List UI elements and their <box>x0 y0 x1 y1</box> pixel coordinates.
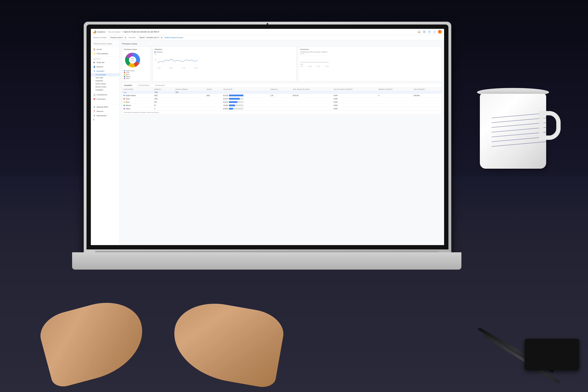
row5-valeur <box>412 107 442 110</box>
sidebar-item-acquisition[interactable]: ▼ Acquisition <box>91 69 120 73</box>
sidebar-sub-campagnes[interactable]: Campagnes <box>91 88 120 92</box>
app-title: Analytics <box>97 30 106 33</box>
row4-channel: Referral <box>122 104 153 107</box>
svg-point-0 <box>129 56 136 64</box>
row4-channel-label: Referral <box>126 105 131 106</box>
other-dot <box>124 78 125 79</box>
direct-dot <box>124 74 125 75</box>
nav-divider-2 <box>91 104 120 104</box>
row4-sessions <box>205 104 222 107</box>
conversion-select[interactable]: Objectif 1 : Newsletter sign-in ▾ <box>138 36 163 40</box>
direct-label: Direct <box>126 74 129 75</box>
smartphone <box>524 339 579 370</box>
mug-line-3 <box>492 122 546 128</box>
users-x-labels: 3 août 10 août 17 août 24 août <box>157 67 198 68</box>
legend-social: Social <box>124 72 149 74</box>
acquisition-table-title: Acquisition <box>124 84 132 86</box>
help-button[interactable]: ? <box>428 30 431 34</box>
row3-utilisateurs: 556 <box>153 100 174 104</box>
clock-icon: ▶ <box>93 61 96 64</box>
legend-organic: Organic Search <box>124 70 149 72</box>
sidebar-item-attribution[interactable]: 🔗 Attribution BÊTA <box>91 105 120 109</box>
row4-bar-fill <box>229 104 235 106</box>
search-container <box>91 40 120 47</box>
sidebar-item-accueil[interactable]: 🏠 Accueil <box>91 47 120 52</box>
row3-sessions <box>205 100 222 104</box>
attribution-label: Attribution BÊTA <box>96 106 108 108</box>
modifier-link[interactable]: Modifier le groupe de canaux <box>164 37 183 38</box>
row1-channel-label: Organic Search <box>126 95 136 96</box>
sidebar-item-decouvrir[interactable]: 📍 Découvrir <box>91 109 120 114</box>
more-button[interactable]: ⋮ <box>433 30 436 34</box>
organic-dot <box>124 70 125 71</box>
row2-dot <box>124 98 125 99</box>
sidebar-item-administration[interactable]: ⚙ Administration <box>91 114 120 118</box>
x-label-4: 24 août <box>194 67 198 68</box>
col-utilisateurs[interactable]: Utilisateurs ↕ <box>153 88 174 91</box>
sidebar-sub-search-console[interactable]: Search Console <box>91 82 120 85</box>
notification-button[interactable]: 🔔 <box>417 30 421 34</box>
attribution-icon: 🔗 <box>93 106 96 108</box>
row3-pages <box>269 100 291 104</box>
row5-pages <box>269 107 291 110</box>
laptop-screen-outer: Analytics Tous les comptes > Copie de To… <box>84 22 451 255</box>
table-row: Direct 556 80.32% <box>122 100 442 104</box>
row4-taux-val: 76.36% <box>223 105 228 106</box>
sidebar-sub-google-ads[interactable]: Google Ads <box>91 79 120 82</box>
total-utilisateurs: 7168 <box>153 91 174 94</box>
row5-bar-fill <box>229 108 233 110</box>
row4-sessions-col <box>174 104 205 107</box>
conv-bottom-val: 0.00% <box>300 64 440 65</box>
star-icon: ⭐ <box>93 52 96 55</box>
row1-sessions-col <box>174 94 205 97</box>
row4-valeur <box>412 104 442 107</box>
row5-duree <box>291 107 332 110</box>
row4-realisation <box>377 104 412 107</box>
referral-label: Referral <box>126 76 130 77</box>
row1-realisation: 0 <box>377 94 412 97</box>
row2-realisation <box>377 97 412 100</box>
other-label: (Other) <box>126 78 130 79</box>
sidebar-item-temps-reel[interactable]: ▶ Temps réel <box>91 60 120 64</box>
section-title: Principaux canaux <box>122 43 442 45</box>
home-icon: 🏠 <box>93 48 96 50</box>
conv-legend-label: Newsletter sign-in (Taux de conversion –… <box>301 51 327 52</box>
conv-x-2: 10 août <box>308 66 312 67</box>
google-analytics-ui: Analytics Tous les comptes > Copie de To… <box>91 29 444 245</box>
mug-decoration <box>492 115 546 173</box>
page-title[interactable]: Copie de Toutes les données du site Web … <box>123 31 159 33</box>
row3-taux-conv: 0.00% <box>332 100 377 104</box>
sidebar-item-audience[interactable]: 👤 Audience <box>91 64 120 69</box>
grid-button[interactable]: ⊞ <box>422 30 426 34</box>
y-max-label: 400 <box>154 53 156 55</box>
sidebar-sub-reseaux-sociaux[interactable]: Réseaux sociaux <box>91 85 120 88</box>
dimension-select[interactable]: Principaux canaux ▾ <box>108 36 127 40</box>
table-note: Pour afficher l'ensemble des 5 canaux, r… <box>122 110 442 114</box>
sidebar-item-conversions[interactable]: 🎯 Conversions <box>91 97 120 101</box>
row2-taux: 82.87% <box>222 97 269 100</box>
row1-valeur: 0.00 $US <box>412 94 442 97</box>
sidebar: 🏠 Accueil ⭐ Personnalisation RAPPORTS ▶ <box>91 40 120 245</box>
conversion-label: Conversion <box>128 37 136 38</box>
sidebar-sub-vue-ensemble[interactable]: Vue d'ensemble <box>91 73 120 76</box>
svg-text:Organic: Organic <box>130 60 134 62</box>
col-channel: Canal par défaut <box>122 88 153 91</box>
collapse-sidebar[interactable]: ◀ <box>91 118 120 122</box>
user-avatar[interactable] <box>438 30 442 34</box>
users-chart-title: Utilisateurs <box>154 48 294 50</box>
coffee-mug <box>473 79 571 195</box>
acquisition-label: Acquisition <box>96 70 104 72</box>
behaviour-icon: 📊 <box>93 94 96 96</box>
row1-bar-fill <box>229 94 244 96</box>
sidebar-item-personnalisation[interactable]: ⭐ Personnalisation <box>91 52 120 56</box>
conversions-line-svg <box>300 55 329 64</box>
col-realisation: Réalisation de l'objectif 1 <box>377 88 412 91</box>
main-layout: 🏠 Accueil ⭐ Personnalisation RAPPORTS ▶ <box>91 40 444 245</box>
row5-bar-bg <box>229 108 244 110</box>
audience-label: Audience <box>96 66 103 68</box>
personnalisation-label: Personnalisation <box>96 53 108 54</box>
search-input[interactable] <box>92 42 118 46</box>
topbar: Analytics Tous les comptes > Copie de To… <box>91 29 444 35</box>
sidebar-item-comportement[interactable]: 📊 Comportement <box>91 92 120 97</box>
sidebar-sub-tout-trafic[interactable]: Tout le trafic <box>91 76 120 79</box>
